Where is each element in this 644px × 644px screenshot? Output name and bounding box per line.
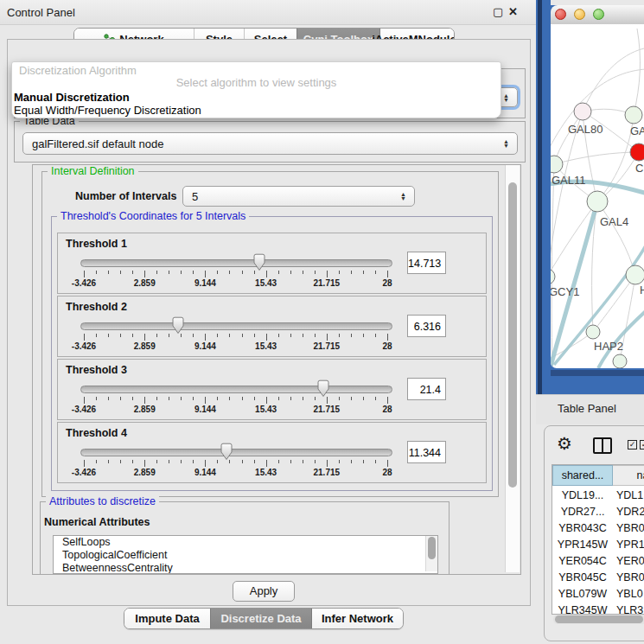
threshold-value-field[interactable]: 21.4 (407, 378, 446, 400)
cell-name[interactable]: YPR1 (616, 537, 644, 553)
slider-tick-label: 15.43 (255, 278, 277, 288)
control-panel-header: Control Panel ▢ ✕ (0, 0, 536, 25)
table-panel-title: Table Panel (558, 402, 616, 415)
threshold-slider-thumb[interactable] (252, 253, 266, 271)
threshold-slider-thumb[interactable] (316, 379, 330, 398)
cell-name[interactable]: YDL1 (616, 488, 643, 504)
network-node[interactable] (613, 354, 627, 368)
close-panel-icon[interactable]: ✕ (508, 5, 518, 18)
apply-button[interactable]: Apply (233, 581, 295, 602)
table-row[interactable]: YBR043CYBR0 (552, 520, 644, 537)
algorithm-placeholder: Select algorithm to view settings (12, 76, 501, 89)
table-row[interactable]: YER054CYER0 (552, 553, 644, 570)
threshold-slider-track[interactable] (80, 259, 392, 267)
cell-shared-name[interactable]: YDL19... (552, 488, 613, 504)
cell-shared-name[interactable]: YLR345W (552, 603, 613, 615)
slider-tick-label: 28 (382, 405, 392, 414)
table-row[interactable]: YLR345WYLR3 (552, 603, 644, 615)
cell-shared-name[interactable]: YPR145W (552, 537, 613, 553)
column-header-shared-name[interactable]: shared... (552, 465, 613, 486)
close-traffic-light[interactable] (555, 9, 566, 20)
slider-tick-label: -3.426 (72, 405, 96, 414)
threshold-slider-thumb[interactable] (171, 316, 185, 335)
combo-arrows-icon: ▲▼ (503, 93, 509, 102)
table-row[interactable]: YPR145WYPR1 (552, 537, 644, 553)
settings-scrollbar[interactable] (505, 165, 520, 572)
network-edge[interactable] (583, 48, 644, 112)
checkbox-icon[interactable]: ✓ (640, 440, 644, 450)
network-edge[interactable] (634, 29, 640, 115)
table-data-combobox[interactable]: galFiltered.sif default node ▲▼ (22, 132, 518, 155)
float-window-icon[interactable]: ▢ (493, 5, 503, 18)
tab-label: Infer Network (322, 612, 393, 625)
table-row[interactable]: YBR045CYBR0 (552, 570, 644, 586)
network-node-ga[interactable] (625, 106, 642, 124)
threshold-row: Threshold 2 -3.4262.8599.14415.4321.7152… (57, 296, 487, 357)
table-row[interactable]: YDR27...YDR2 (552, 504, 644, 520)
threshold-value-field[interactable]: 14.713 (407, 252, 446, 274)
threshold-slider-thumb[interactable] (220, 443, 233, 461)
table-row[interactable]: YBL079WYBL0 (552, 586, 644, 603)
combo-arrows-icon: ▲▼ (503, 139, 509, 148)
cell-name[interactable]: YER0 (616, 553, 644, 570)
discretization-algorithm-label: Discretization Algorithm (19, 64, 137, 77)
node-attribute-table[interactable]: shared... na YDL19...YDL1YDR27...YDR2YBR… (552, 464, 644, 615)
table-data-value: galFiltered.sif default node (32, 137, 163, 150)
gear-icon[interactable]: ⚙ (557, 433, 572, 454)
tab-infer-network[interactable]: Infer Network (311, 609, 403, 628)
algorithm-option-equal-width[interactable]: Equal Width/Frequency Discretization (14, 104, 201, 117)
table-data-group: Table Data galFiltered.sif default node … (14, 121, 526, 163)
cell-shared-name[interactable]: YDR27... (552, 504, 613, 520)
column-header-name[interactable]: na (613, 465, 644, 486)
table-row[interactable]: YDL19...YDL1 (552, 488, 644, 504)
threshold-slider-track[interactable] (80, 386, 392, 393)
split-view-icon[interactable] (593, 437, 612, 454)
slider-tick-label: 9.144 (194, 341, 216, 351)
threshold-slider-track[interactable] (80, 449, 392, 456)
table-hscrollbar[interactable] (553, 615, 644, 624)
network-edge[interactable] (551, 201, 597, 277)
network-node-gal11[interactable] (551, 156, 563, 173)
network-canvas[interactable]: GAL80GACGAL11GAL4GCY1HHAP2 (551, 24, 644, 368)
combo-arrows-icon: ▲▼ (400, 192, 406, 201)
cell-name[interactable]: YLR3 (616, 603, 643, 615)
network-node-gcy1[interactable] (551, 269, 555, 284)
network-edge[interactable] (593, 275, 635, 332)
settings-scrollpane: Interval Definition Number of Intervals … (32, 164, 521, 575)
network-edge[interactable] (597, 201, 635, 275)
minimize-traffic-light[interactable] (574, 9, 585, 20)
window-frame-edge (538, 0, 542, 394)
network-node-hap2[interactable] (586, 325, 600, 339)
cell-shared-name[interactable]: YER054C (552, 553, 613, 570)
cell-name[interactable]: YBL0 (616, 586, 643, 603)
tab-impute-data[interactable]: Impute Data (124, 609, 210, 628)
attributes-scrollbar[interactable] (425, 536, 437, 571)
threshold-slider-track[interactable] (80, 322, 392, 330)
tab-discretize-data[interactable]: Discretize Data (210, 609, 311, 628)
checkbox-icon[interactable]: ✓ (628, 440, 637, 450)
attribute-item[interactable]: SelfLoops (54, 536, 437, 549)
cell-name[interactable]: YDR2 (616, 504, 644, 520)
threshold-value-field[interactable]: 11.344 (407, 441, 446, 463)
settings-scrollbar-thumb[interactable] (508, 182, 517, 488)
network-edge[interactable] (554, 152, 639, 164)
cell-shared-name[interactable]: YBR045C (552, 570, 613, 586)
network-node-gal80[interactable] (574, 103, 591, 120)
algorithm-option-manual[interactable]: Manual Discretization (14, 91, 130, 104)
cell-shared-name[interactable]: YBR043C (552, 520, 613, 537)
network-node-c[interactable] (630, 143, 644, 161)
attribute-item[interactable]: TopologicalCoefficient (54, 549, 437, 562)
cell-name[interactable]: YBR0 (616, 520, 644, 537)
number-of-intervals-combobox[interactable]: 5 ▲▼ (182, 186, 415, 207)
tab-label: Impute Data (135, 612, 199, 625)
threshold-value-field[interactable]: 6.316 (407, 315, 446, 337)
attribute-item[interactable]: BetweennessCentrality (54, 562, 437, 574)
attributes-listbox[interactable]: SelfLoopsTopologicalCoefficientBetweenne… (53, 535, 438, 574)
cell-name[interactable]: YBR0 (616, 570, 644, 586)
slider-tick-label: 15.43 (255, 405, 277, 414)
network-node-gal4[interactable] (587, 191, 608, 212)
network-window-titlebar[interactable] (551, 5, 644, 25)
network-node-h[interactable] (626, 265, 644, 284)
zoom-traffic-light[interactable] (593, 9, 604, 20)
cell-shared-name[interactable]: YBL079W (552, 586, 613, 603)
